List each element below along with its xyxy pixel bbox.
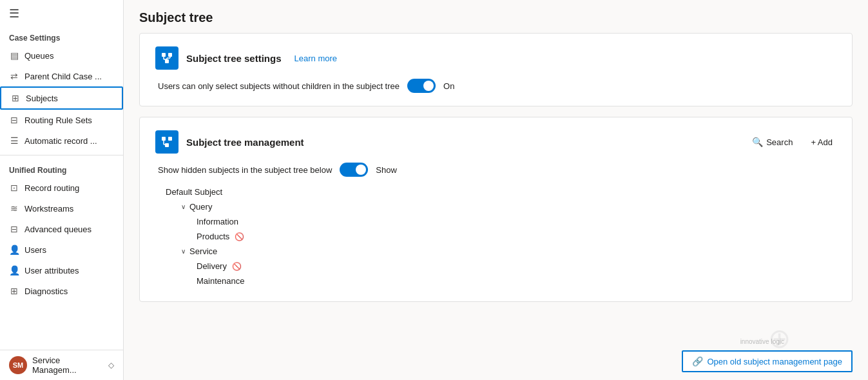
sidebar-item-queues[interactable]: ▤ Queues <box>0 45 123 66</box>
chevron-down-icon: ∨ <box>181 248 186 255</box>
toggle2-row: Show hidden subjects in the subject tree… <box>155 163 836 177</box>
avatar: SM <box>9 356 27 374</box>
search-icon: 🔍 <box>752 137 763 147</box>
tree-item-maintenance[interactable]: Maintenance <box>191 274 836 288</box>
diamond-icon: ◇ <box>108 361 114 370</box>
sidebar-item-label: Automatic record ... <box>24 136 97 146</box>
sidebar-item-diagnostics[interactable]: ⊞ Diagnostics <box>0 281 123 301</box>
sidebar: ☰ Case Settings ▤ Queues ⇄ Parent Child … <box>0 0 124 380</box>
subject-tree-management-card: Subject tree management 🔍 Search + Add S… <box>139 117 853 302</box>
information-label: Information <box>197 217 238 226</box>
svg-rect-1 <box>168 53 172 57</box>
hidden-icon: 🚫 <box>232 262 242 271</box>
svg-rect-2 <box>165 59 169 63</box>
sidebar-item-advanced-queues[interactable]: ⊟ Advanced queues <box>0 219 123 239</box>
sidebar-item-user-attributes[interactable]: 👤 User attributes <box>0 260 123 281</box>
tree-item-products[interactable]: Products 🚫 <box>191 229 836 244</box>
toggle1-label: Users can only select subjects without c… <box>158 81 400 91</box>
queues-icon: ▤ <box>9 50 19 61</box>
sidebar-item-label: Parent Child Case ... <box>24 72 102 81</box>
card2-title: Subject tree management <box>186 137 304 148</box>
sidebar-item-label: Routing Rule Sets <box>24 115 92 125</box>
user-attributes-icon: 👤 <box>9 265 19 275</box>
sidebar-item-automatic-record[interactable]: ☰ Automatic record ... <box>0 130 123 151</box>
card2-toolbar-right: 🔍 Search + Add <box>748 134 836 150</box>
subjects-icon: ⊞ <box>10 93 21 103</box>
tree-service-children: Delivery 🚫 Maintenance <box>176 259 836 288</box>
automatic-record-icon: ☰ <box>9 135 19 146</box>
tree-item-delivery[interactable]: Delivery 🚫 <box>191 259 836 274</box>
tree-branch-service: ∨ Service Delivery 🚫 Maintenance <box>160 244 836 288</box>
svg-rect-10 <box>165 143 169 147</box>
toggle2-label: Show hidden subjects in the subject tree… <box>158 165 332 175</box>
chevron-down-icon: ∨ <box>181 203 186 210</box>
main-cards: Subject tree settings Learn more Users c… <box>124 33 868 345</box>
tree-branch-service-label: Service <box>189 246 217 256</box>
case-settings-section: Case Settings <box>0 27 123 45</box>
tree-branch-service-header[interactable]: ∨ Service <box>176 244 836 259</box>
routing-rule-sets-icon: ⊟ <box>9 115 19 125</box>
sidebar-item-label: Record routing <box>24 183 79 193</box>
add-button[interactable]: + Add <box>807 135 836 150</box>
open-old-subject-management-button[interactable]: 🔗 Open old subject management page <box>682 350 853 372</box>
tree-branch-query-header[interactable]: ∨ Query <box>176 199 836 214</box>
sidebar-item-label: Diagnostics <box>24 286 68 296</box>
learn-more-link[interactable]: Learn more <box>294 54 337 63</box>
toggle1-switch[interactable] <box>407 79 436 93</box>
toggle2-switch[interactable] <box>340 163 368 177</box>
parent-child-icon: ⇄ <box>9 71 19 81</box>
add-label: + Add <box>811 137 833 147</box>
svg-rect-8 <box>162 137 166 141</box>
record-routing-icon: ⊡ <box>9 183 19 193</box>
tree-branch-query-label: Query <box>189 202 212 212</box>
tree-root[interactable]: Default Subject <box>160 185 836 199</box>
sidebar-item-routing-rule-sets[interactable]: ⊟ Routing Rule Sets <box>0 110 123 130</box>
svg-rect-0 <box>162 53 166 57</box>
main-header: Subject tree <box>124 0 868 33</box>
sidebar-item-label: Subjects <box>26 94 58 103</box>
tree-root-label: Default Subject <box>166 187 222 197</box>
main-content: Subject tree Subject tr <box>124 0 868 380</box>
page-title: Subject tree <box>139 10 853 25</box>
sidebar-item-parent-child-case[interactable]: ⇄ Parent Child Case ... <box>0 66 123 86</box>
open-old-icon: 🔗 <box>692 356 703 366</box>
search-button[interactable]: 🔍 Search <box>748 134 796 150</box>
card2-icon <box>155 130 178 154</box>
toggle1-row: Users can only select subjects without c… <box>155 79 836 93</box>
hamburger-icon[interactable]: ☰ <box>0 0 123 27</box>
sidebar-item-label: Advanced queues <box>24 225 92 234</box>
bottom-service-manager[interactable]: SM Service Managem... ◇ <box>0 350 123 380</box>
card2-toolbar: Subject tree management 🔍 Search + Add <box>155 130 836 154</box>
maintenance-label: Maintenance <box>197 276 244 286</box>
sidebar-item-label: Workstreams <box>24 204 73 214</box>
card1-header: Subject tree settings Learn more <box>155 46 836 70</box>
card2-toolbar-left: Subject tree management <box>155 130 304 154</box>
toggle2-state: Show <box>376 165 397 175</box>
toggle1-state: On <box>443 81 454 91</box>
card1-icon <box>155 46 178 70</box>
card1-title: Subject tree settings <box>186 53 282 64</box>
sidebar-divider <box>0 155 123 155</box>
tree-query-children: Information Products 🚫 <box>176 214 836 244</box>
sidebar-item-subjects[interactable]: ⊞ Subjects <box>0 86 123 110</box>
tree-item-information[interactable]: Information <box>191 214 836 229</box>
service-manager-label: Service Managem... <box>32 355 103 375</box>
open-old-label: Open old subject management page <box>707 357 842 366</box>
subject-tree-settings-card: Subject tree settings Learn more Users c… <box>139 33 853 106</box>
subject-tree: Default Subject ∨ Query Information Prod… <box>155 185 836 288</box>
search-label: Search <box>766 137 793 147</box>
sidebar-item-workstreams[interactable]: ≋ Workstreams <box>0 198 123 219</box>
sidebar-item-record-routing[interactable]: ⊡ Record routing <box>0 177 123 198</box>
sidebar-item-label: Users <box>24 245 46 255</box>
bottom-action-bar: innovative logic ⊕ 🔗 Open old subject ma… <box>124 345 868 380</box>
sidebar-item-users[interactable]: 👤 Users <box>0 239 123 260</box>
diagnostics-icon: ⊞ <box>9 286 19 296</box>
sidebar-item-label: User attributes <box>24 266 79 275</box>
svg-rect-9 <box>168 137 172 141</box>
users-icon: 👤 <box>9 245 19 255</box>
workstreams-icon: ≋ <box>9 203 19 214</box>
products-label: Products <box>197 232 229 241</box>
delivery-label: Delivery <box>197 261 227 271</box>
unified-routing-section: Unified Routing <box>0 159 123 177</box>
hidden-icon: 🚫 <box>235 232 244 241</box>
